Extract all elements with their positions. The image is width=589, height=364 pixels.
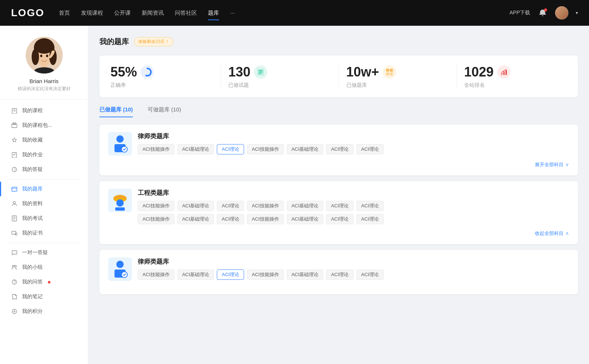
svg-point-8 — [40, 55, 42, 57]
svg-rect-44 — [505, 70, 507, 75]
stat-done-questions-value: 130 — [228, 64, 250, 80]
stat-done-questions-label: 已做试题 — [228, 82, 249, 89]
sidebar-item-exam[interactable]: 我的考试 — [0, 211, 88, 226]
tag[interactable]: ACI理论 — [326, 270, 353, 280]
sidebar-item-one-on-one[interactable]: 一对一答疑 — [0, 245, 88, 260]
tag[interactable]: ACI基础理论 — [287, 201, 324, 211]
tag[interactable]: ACI理论 — [356, 214, 384, 224]
sidebar-item-profile[interactable]: 我的资料 — [0, 196, 88, 211]
tag[interactable]: ACI理论 — [326, 201, 353, 211]
tag[interactable]: ACI技能操作 — [138, 144, 174, 154]
tag[interactable]: ACI基础理论 — [287, 214, 324, 224]
bank-card-engineer: 工程类题库 ACI技能操作 ACI基础理论 ACI理论 ACI技能操作 ACI基… — [99, 181, 578, 244]
package-icon — [11, 122, 18, 129]
sidebar-item-certificate[interactable]: 我的证书 — [0, 226, 88, 240]
tag-active[interactable]: ACI理论 — [217, 270, 244, 280]
svg-rect-40 — [386, 72, 389, 75]
nav-chevron-down-icon[interactable]: ▾ — [576, 10, 578, 15]
sidebar-item-notes[interactable]: 我的笔记 — [0, 289, 88, 304]
sidebar-item-label: 我的答疑 — [22, 166, 43, 173]
bank-card-lawyer-1: 律师类题库 ACI技能操作 ACI基础理论 ACI理论 ACI技能操作 ACI基… — [99, 125, 578, 175]
certificate-icon — [11, 230, 18, 236]
chat-icon — [11, 249, 18, 256]
sidebar-item-favorites[interactable]: 我的收藏 — [0, 133, 88, 147]
svg-point-52 — [116, 261, 124, 268]
sidebar-item-group[interactable]: 我的小组 — [0, 260, 88, 275]
tab-available-banks[interactable]: 可做题库 (10) — [148, 106, 181, 117]
tab-done-banks[interactable]: 已做题库 (10) — [99, 106, 133, 117]
sidebar-item-homework[interactable]: 我的作业 — [0, 147, 88, 162]
notification-dot — [48, 281, 50, 283]
tag[interactable]: ACI理论 — [356, 270, 384, 280]
sidebar-menu: 我的课程 我的课程包... 我的收藏 我的作业 — [0, 103, 88, 319]
tag[interactable]: ACI理论 — [356, 201, 384, 211]
stat-rank-label: 全站排名 — [464, 82, 485, 89]
sidebar-item-points[interactable]: 我的积分 — [0, 304, 88, 319]
tag[interactable]: ACI基础理论 — [177, 214, 214, 224]
trial-badge: 体验剩余23天！ — [134, 37, 173, 46]
sidebar-item-questions[interactable]: ? 我的答疑 — [0, 162, 88, 177]
divider-1 — [7, 179, 81, 179]
sidebar-item-my-courses[interactable]: 我的课程 — [0, 103, 88, 118]
nav-link-open[interactable]: 公开课 — [114, 8, 131, 18]
bank-title-area: 律师类题库 ACI技能操作 ACI基础理论 ACI理论 ACI技能操作 ACI基… — [138, 257, 569, 280]
my-question-icon: ? — [11, 279, 18, 285]
nav-link-news[interactable]: 新闻资讯 — [142, 8, 164, 18]
question-icon: ? — [11, 166, 18, 173]
tag[interactable]: ACI理论 — [217, 201, 244, 211]
nav-logo: LOGO — [11, 7, 44, 19]
tag[interactable]: ACI基础理论 — [177, 201, 214, 211]
bank-icon — [11, 186, 18, 192]
tag[interactable]: ACI技能操作 — [138, 270, 174, 280]
tag[interactable]: ACI理论 — [217, 214, 244, 224]
svg-point-27 — [13, 265, 14, 267]
collapse-button-engineer[interactable]: 收起全部科目 ∧ — [108, 230, 569, 237]
tag[interactable]: ACI技能操作 — [247, 144, 284, 154]
nav-link-qa[interactable]: 问答社区 — [175, 8, 197, 18]
tag[interactable]: ACI理论 — [356, 144, 384, 154]
tag[interactable]: ACI基础理论 — [287, 144, 324, 154]
sidebar-item-label: 我的作业 — [22, 151, 43, 158]
sidebar-item-my-questions[interactable]: ? 我的问答 — [0, 275, 88, 289]
bank-title-engineer: 工程类题库 — [138, 189, 569, 197]
nav-app-download[interactable]: APP下载 — [509, 10, 530, 16]
nav-link-discover[interactable]: 发现课程 — [81, 8, 103, 18]
svg-point-50 — [116, 199, 124, 207]
bank-tags-lawyer-2: ACI技能操作 ACI基础理论 ACI理论 ACI技能操作 ACI基础理论 AC… — [138, 270, 569, 280]
avatar — [26, 37, 63, 74]
svg-point-31 — [12, 309, 17, 314]
svg-point-45 — [116, 135, 124, 143]
nav-link-more[interactable]: ··· — [230, 8, 235, 18]
nav-bell-dot — [544, 8, 547, 11]
tag[interactable]: ACI理论 — [326, 144, 353, 154]
done-questions-icon — [254, 65, 267, 79]
bank-title-lawyer-2: 律师类题库 — [138, 257, 569, 266]
svg-text:?: ? — [14, 168, 16, 172]
tag[interactable]: ACI技能操作 — [138, 214, 174, 224]
bank-tags-lawyer-1: ACI技能操作 ACI基础理论 ACI理论 ACI技能操作 ACI基础理论 AC… — [138, 144, 569, 154]
tag[interactable]: ACI技能操作 — [247, 201, 284, 211]
tag[interactable]: ACI基础理论 — [177, 144, 214, 154]
tag[interactable]: ACI技能操作 — [247, 214, 284, 224]
tag[interactable]: ACI理论 — [326, 214, 353, 224]
tag-active[interactable]: ACI理论 — [217, 144, 244, 154]
sidebar-item-bank[interactable]: 我的题库 — [0, 182, 88, 196]
bank-title-lawyer-1: 律师类题库 — [138, 132, 569, 140]
sidebar-item-course-package[interactable]: 我的课程包... — [0, 118, 88, 133]
expand-button-lawyer-1[interactable]: 展开全部科目 ∨ — [108, 161, 569, 168]
page-title: 我的题库 — [99, 37, 129, 47]
tag[interactable]: ACI基础理论 — [287, 270, 324, 280]
svg-rect-38 — [386, 69, 389, 72]
nav-link-bank[interactable]: 题库 — [208, 8, 219, 18]
bank-icon-lawyer-2 — [108, 257, 132, 281]
tag[interactable]: ACI技能操作 — [247, 270, 284, 280]
nav-right: APP下载 ▾ — [509, 6, 578, 19]
tag[interactable]: ACI基础理论 — [177, 270, 214, 280]
nav-avatar[interactable] — [555, 6, 568, 19]
stats-card: 55% 正确率 130 — [99, 56, 578, 97]
tag[interactable]: ACI技能操作 — [138, 201, 174, 211]
nav-bell-icon[interactable] — [537, 8, 548, 18]
done-banks-icon — [383, 65, 396, 79]
nav-link-home[interactable]: 首页 — [59, 8, 70, 18]
rank-icon — [497, 65, 511, 79]
